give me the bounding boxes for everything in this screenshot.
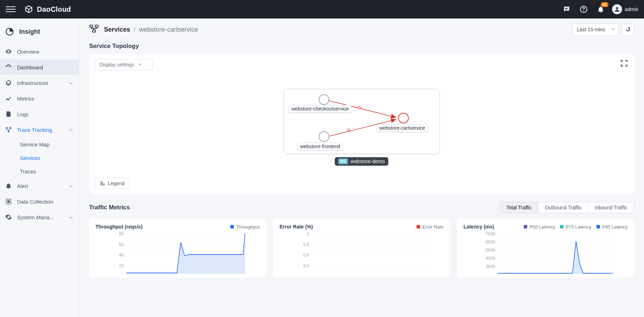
time-range-select[interactable]: Last 15 mins <box>572 23 618 36</box>
sidebar-item-label: Dashboard <box>17 64 43 70</box>
display-settings-select[interactable]: Display settings <box>95 59 153 70</box>
svg-rect-12 <box>95 25 98 27</box>
chart-title: Throughput (reqs/s) <box>95 224 143 230</box>
sidebar: Insight Overview Dashboard Infrastructur… <box>0 18 79 317</box>
svg-text:5000: 5000 <box>486 248 495 253</box>
logs-icon <box>5 111 12 118</box>
sidebar-item-trace-tracking[interactable]: Trace Tracking <box>0 122 79 138</box>
svg-text:20: 20 <box>119 263 124 268</box>
legend-item-p50[interactable]: P50 Latency <box>524 224 555 230</box>
svg-text:6000: 6000 <box>486 240 495 245</box>
svg-rect-1 <box>565 9 567 10</box>
fullscreen-button[interactable] <box>620 59 628 68</box>
namespace-badge: NS <box>338 158 348 164</box>
topology-node-checkout[interactable] <box>319 94 329 105</box>
collect-icon <box>5 198 12 205</box>
svg-point-5 <box>8 51 9 52</box>
sidebar-item-alert[interactable]: Alert <box>0 178 79 194</box>
legend-item-p95[interactable]: P95 Latency <box>596 224 628 230</box>
charts-row: Throughput (reqs/s) Throughput 80 60 40 <box>89 218 634 278</box>
menu-toggle[interactable] <box>6 4 16 14</box>
breadcrumb-root[interactable]: Services <box>104 26 130 33</box>
sidebar-subitem-services[interactable]: Services <box>0 151 79 165</box>
svg-rect-15 <box>103 184 104 185</box>
brand[interactable]: DaoCloud <box>24 5 71 14</box>
topology-card: Display settings Legend <box>89 54 634 194</box>
user-name: admin <box>625 6 638 12</box>
svg-rect-13 <box>93 30 95 32</box>
avatar-icon <box>612 4 622 14</box>
sidebar-item-label: Overview <box>17 49 39 55</box>
chart-error-rate: Error Rate (%) Error Rate 1 0.8 0.6 <box>273 218 450 278</box>
svg-text:3000: 3000 <box>486 264 495 269</box>
sidebar-item-system-management[interactable]: System Mana... <box>0 209 79 225</box>
legend-item-error-rate[interactable]: Error Rate <box>417 224 444 230</box>
chart-svg-error-rate: 1 0.8 0.6 0.4 <box>280 232 444 274</box>
sidebar-item-label: Infrastructure <box>17 80 48 86</box>
brand-text: DaoCloud <box>37 5 71 14</box>
svg-point-14 <box>101 182 102 183</box>
svg-text:0.4: 0.4 <box>303 263 309 268</box>
svg-point-3 <box>583 10 584 11</box>
eye-icon <box>5 48 12 55</box>
chevron-up-icon <box>69 127 74 132</box>
tab-total-traffic[interactable]: Total Traffic <box>500 202 538 213</box>
trace-icon <box>5 126 12 133</box>
legend-item-p75[interactable]: P75 Latency <box>560 224 591 230</box>
sidebar-item-label: Metrics <box>17 96 34 102</box>
traffic-tabs: Total Traffic Outbound Traffic Inbound T… <box>500 202 634 213</box>
chevron-down-icon <box>69 80 74 85</box>
sidebar-subitem-service-map[interactable]: Service Map <box>0 138 79 151</box>
sidebar-item-data-collection[interactable]: Data Collection <box>0 194 79 209</box>
refresh-button[interactable] <box>622 23 634 36</box>
sidebar-item-logs[interactable]: Logs <box>0 106 79 122</box>
tab-inbound-traffic[interactable]: Inbound Traffic <box>588 202 634 213</box>
messages-icon[interactable] <box>561 4 572 15</box>
breadcrumb-current: webstore-cartservice <box>139 26 198 33</box>
topology-node-label: webstore-frontend <box>298 143 343 150</box>
legend-item-throughput[interactable]: Throughput <box>230 224 260 230</box>
dashboard-icon <box>5 64 12 71</box>
sidebar-subitem-traces[interactable]: Traces <box>0 165 79 178</box>
topology-node-cart[interactable] <box>398 113 409 123</box>
topbar: DaoCloud 45 admin <box>0 0 644 18</box>
breadcrumb: Services / webstore-cartservice <box>104 26 198 33</box>
chart-title: Error Rate (%) <box>280 224 313 230</box>
user-menu[interactable]: admin <box>612 4 638 14</box>
svg-text:1: 1 <box>307 231 309 236</box>
sidebar-item-label: Logs <box>17 111 29 117</box>
sidebar-item-dashboard[interactable]: Dashboard <box>0 59 79 75</box>
sidebar-item-label: Alert <box>17 183 28 189</box>
gear-icon <box>5 214 12 221</box>
svg-rect-16 <box>101 184 102 185</box>
main: Services / webstore-cartservice Last 15 … <box>79 18 644 317</box>
chart-latency: Latency (ms) P50 Latency P75 Latency P95… <box>457 218 634 278</box>
chevron-down-icon <box>138 62 142 68</box>
section-title-topology: Service Topology <box>89 43 634 50</box>
sidebar-item-metrics[interactable]: Metrics <box>0 91 79 106</box>
svg-text:4000: 4000 <box>486 256 495 261</box>
chart-svg-latency: 7000 6000 5000 4000 3000 <box>463 232 628 274</box>
brand-logo-icon <box>24 5 33 14</box>
topology-node-frontend[interactable] <box>319 131 329 142</box>
help-icon[interactable] <box>578 4 589 15</box>
svg-text:60: 60 <box>119 242 124 247</box>
metrics-icon <box>5 95 12 102</box>
topology-graph[interactable]: webstore-checkoutservice webstore-fronte… <box>284 89 440 154</box>
svg-text:7000: 7000 <box>486 231 495 236</box>
svg-text:0.8: 0.8 <box>303 242 309 247</box>
section-title-traffic: Traffic Metrics <box>89 204 130 211</box>
sidebar-item-overview[interactable]: Overview <box>0 44 79 59</box>
namespace-tag[interactable]: NS webstore-demo <box>335 157 388 166</box>
notifications-icon[interactable]: 45 <box>595 4 606 15</box>
topology-node-label: webstore-cartservice <box>377 124 428 132</box>
legend-button[interactable]: Legend <box>95 178 130 189</box>
insight-icon <box>5 27 14 36</box>
chevron-down-icon <box>611 27 615 32</box>
sidebar-section-title: Insight <box>0 22 79 41</box>
sidebar-item-infrastructure[interactable]: Infrastructure <box>0 75 79 91</box>
tab-outbound-traffic[interactable]: Outbound Traffic <box>538 202 588 213</box>
chart-svg-throughput: 80 60 40 20 <box>95 232 260 274</box>
legend-icon <box>100 181 105 186</box>
topology-node-label: webstore-checkoutservice <box>289 105 351 113</box>
